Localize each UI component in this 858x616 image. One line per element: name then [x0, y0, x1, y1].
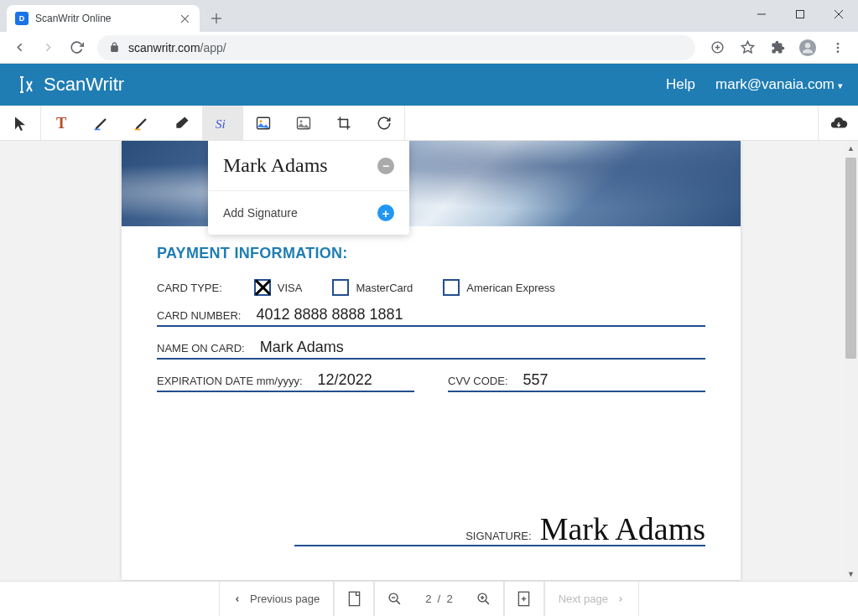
svg-point-13	[805, 43, 810, 48]
browser-toolbar: scanwritr.com/app/	[0, 32, 858, 64]
checkbox-icon	[332, 279, 349, 296]
scroll-thumb[interactable]	[845, 158, 856, 359]
card-type-mastercard[interactable]: MasterCard	[332, 279, 413, 296]
add-icon: +	[377, 204, 394, 221]
svg-line-27	[396, 601, 399, 604]
address-bar[interactable]: scanwritr.com/app/	[97, 35, 695, 60]
browser-tab[interactable]: D ScanWritr Online	[7, 5, 200, 32]
cvv-value: 557	[523, 371, 549, 389]
add-page-button[interactable]	[505, 582, 543, 616]
card-type-visa[interactable]: VISA	[254, 279, 303, 296]
name-on-card-label: NAME ON CARD:	[157, 342, 245, 355]
insert-image-tool[interactable]	[243, 106, 283, 140]
cloud-download-button[interactable]	[818, 106, 858, 140]
svg-rect-25	[349, 592, 359, 605]
svg-point-22	[260, 120, 263, 122]
checkbox-icon	[443, 279, 460, 296]
signature-value: Mark Adams	[540, 513, 705, 545]
page-indicator: 2 / 2	[413, 593, 465, 605]
chevron-down-icon: ▾	[838, 80, 843, 91]
favicon-icon: D	[15, 12, 29, 25]
pen-tool[interactable]	[81, 106, 122, 140]
fit-page-button[interactable]	[335, 582, 373, 616]
chevron-left-icon	[233, 595, 242, 603]
add-signature-item[interactable]: Add Signature +	[208, 191, 409, 235]
section-title: PAYMENT INFORMATION:	[157, 245, 705, 262]
remove-signature-button[interactable]: −	[377, 158, 394, 174]
zoom-out-button[interactable]	[375, 582, 413, 616]
svg-text:T: T	[56, 115, 66, 132]
marker-tool[interactable]	[122, 106, 162, 140]
new-tab-button[interactable]	[205, 7, 228, 30]
app-header: ScanWritr Help mark@vanaia.com▾	[0, 64, 858, 106]
pager-bar: Previous page 2 / 2 Next page	[0, 581, 858, 616]
app-logo[interactable]: ScanWritr	[15, 74, 124, 96]
text-tool[interactable]: T	[41, 106, 81, 140]
svg-rect-1	[797, 11, 804, 18]
signature-label: SIGNATURE:	[465, 530, 532, 542]
card-type-amex[interactable]: American Express	[443, 279, 554, 296]
checkbox-checked-icon	[254, 279, 271, 296]
window-close-button[interactable]	[819, 1, 858, 28]
tab-title: ScanWritr Online	[35, 13, 171, 24]
window-maximize-button[interactable]	[781, 1, 819, 28]
zoom-in-button[interactable]	[465, 582, 503, 616]
svg-point-24	[300, 120, 303, 122]
tab-close-button[interactable]	[178, 12, 191, 25]
help-link[interactable]: Help	[666, 76, 695, 93]
nav-reload-button[interactable]	[64, 35, 89, 60]
card-number-value: 4012 8888 8888 1881	[256, 306, 403, 324]
url-text: scanwritr.com/app/	[128, 41, 226, 54]
user-menu[interactable]: mark@vanaia.com▾	[715, 76, 843, 93]
name-on-card-value: Mark Adams	[260, 339, 344, 356]
crop-tool[interactable]	[324, 106, 364, 140]
browser-menu-button[interactable]	[824, 34, 851, 61]
add-signature-label: Add Signature	[223, 206, 298, 220]
svg-rect-19	[135, 128, 141, 130]
app-name: ScanWritr	[44, 74, 124, 96]
nav-forward-button[interactable]	[35, 35, 60, 60]
previous-page-button[interactable]: Previous page	[220, 582, 333, 616]
extensions-icon[interactable]	[764, 34, 791, 61]
svg-line-30	[486, 601, 489, 604]
signature-dropdown: Mark Adams − Add Signature +	[208, 141, 409, 235]
signature-tool[interactable]: Si	[202, 106, 242, 140]
nav-back-button[interactable]	[7, 35, 32, 60]
expiration-value: 12/2022	[318, 371, 372, 389]
card-type-label: CARD TYPE:	[157, 282, 222, 294]
window-minimize-button[interactable]	[742, 1, 781, 28]
select-tool[interactable]	[0, 106, 40, 140]
eraser-tool[interactable]	[162, 106, 202, 140]
svg-text:Si: Si	[216, 116, 226, 130]
profile-icon[interactable]	[794, 34, 821, 61]
chevron-right-icon	[616, 595, 625, 603]
svg-point-16	[837, 50, 840, 53]
cvv-label: CVV CODE:	[448, 375, 508, 387]
bookmark-icon[interactable]	[734, 34, 761, 61]
browser-tabstrip: D ScanWritr Online	[0, 0, 858, 32]
image-settings-tool[interactable]	[283, 106, 324, 140]
signature-preview: Mark Adams	[223, 154, 328, 177]
svg-point-14	[837, 43, 840, 45]
rotate-tool[interactable]	[364, 106, 404, 140]
editor-canvas[interactable]: PAYMENT INFORMATION: CARD TYPE: VISA Mas…	[0, 141, 858, 581]
saved-signature-item[interactable]: Mark Adams −	[208, 141, 409, 191]
cursor-text-icon	[15, 75, 35, 95]
lock-icon	[109, 42, 120, 53]
scroll-down-icon[interactable]: ▼	[844, 567, 858, 581]
svg-rect-18	[95, 128, 101, 130]
card-number-label: CARD NUMBER:	[157, 309, 241, 322]
scroll-up-icon[interactable]: ▲	[844, 141, 858, 155]
next-page-button: Next page	[545, 582, 638, 616]
zoom-icon[interactable]	[704, 34, 731, 61]
svg-point-15	[837, 46, 840, 49]
expiration-label: EXPIRATION DATE mm/yyyy:	[157, 375, 303, 387]
vertical-scrollbar[interactable]: ▲ ▼	[844, 141, 858, 581]
svg-marker-11	[741, 41, 753, 52]
editor-toolbar: T Si	[0, 106, 858, 141]
